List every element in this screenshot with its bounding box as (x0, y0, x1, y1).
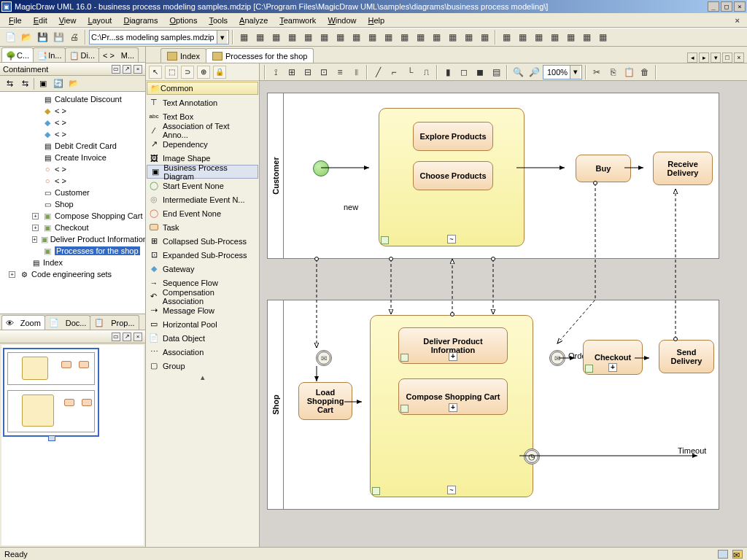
task-load[interactable]: Load Shopping Cart (298, 382, 352, 420)
tb-icon[interactable]: ▦ (595, 30, 610, 44)
tb-icon[interactable]: ▦ (301, 30, 315, 44)
palette-item[interactable]: 📄Data Object (146, 331, 259, 345)
align-button[interactable]: ⟟ (268, 65, 283, 79)
mdi-close-button[interactable]: × (731, 16, 744, 25)
expand-icon[interactable]: + (9, 271, 15, 278)
filter-button[interactable]: ▣ (36, 77, 50, 90)
tab-next-button[interactable]: ▸ (699, 52, 709, 63)
tb-icon[interactable]: ▦ (349, 30, 363, 44)
task-send[interactable]: Send Delivery (659, 340, 714, 373)
diagram-canvas[interactable]: Customer Explore Products Choose Product… (260, 81, 747, 547)
tb-icon[interactable]: ▦ (477, 30, 492, 44)
open-button[interactable]: 📂 (67, 77, 80, 90)
paste-button[interactable]: 📋 (622, 65, 636, 79)
route-button[interactable]: └ (403, 65, 417, 79)
palette-item[interactable]: ◯End Event None (146, 206, 259, 220)
refresh-button[interactable]: 🔄 (52, 77, 65, 90)
message-event-order[interactable]: ✉ (549, 350, 565, 366)
task-receive[interactable]: Receive Delivery (653, 152, 713, 185)
tb-icon[interactable]: ▦ (333, 30, 347, 44)
tb-icon[interactable]: ▦ (268, 30, 283, 44)
tb-icon[interactable]: ▦ (236, 30, 251, 44)
delete-button[interactable]: 🗑 (638, 65, 652, 79)
open-button[interactable]: 📂 (19, 30, 34, 44)
tree-item[interactable]: ○< > (0, 175, 145, 187)
tree-item[interactable]: +▣Checkout (0, 222, 145, 233)
layer-button[interactable]: ◼ (473, 65, 487, 79)
palette-group-common[interactable]: 📁 Common (147, 82, 258, 95)
tb-icon[interactable]: ▦ (397, 30, 411, 44)
palette-item[interactable]: Task (146, 220, 259, 234)
expand-icon[interactable]: + (32, 236, 37, 243)
route-button[interactable]: ╱ (371, 65, 385, 79)
tree-item[interactable]: +⚙Code engineering sets (0, 268, 145, 280)
panel-close-button[interactable]: × (133, 332, 142, 341)
palette-item[interactable]: ◯Start Event None (146, 179, 259, 192)
tab-close-button[interactable]: × (734, 52, 744, 63)
expand-icon[interactable]: + (32, 213, 39, 219)
menu-file[interactable]: File (3, 15, 28, 26)
containment-tree[interactable]: ▤Calculate Discount◆< >◆< >◆< >▤Debit Cr… (0, 92, 145, 314)
marquee-button[interactable]: ⬚ (165, 66, 178, 79)
timer-event[interactable]: ◷ (524, 448, 540, 464)
panel-dock-button[interactable]: ▭ (112, 332, 120, 341)
tb-icon[interactable]: ▦ (429, 30, 444, 44)
tb-icon[interactable]: ▦ (579, 30, 594, 44)
align-button[interactable]: ⊞ (285, 65, 299, 79)
tree-item[interactable]: ○< > (0, 163, 145, 175)
panel-close-button[interactable]: × (133, 65, 142, 74)
start-event[interactable] (313, 160, 329, 176)
tree-item[interactable]: ▤Debit Credit Card (0, 140, 145, 152)
menu-options[interactable]: Options (164, 15, 204, 26)
tree-item[interactable]: ▤Create Invoice (0, 152, 145, 163)
menu-layout[interactable]: Layout (82, 15, 117, 26)
tb-icon[interactable]: ▦ (285, 30, 299, 44)
message-event[interactable]: ✉ (316, 350, 332, 366)
tb-icon[interactable]: ▦ (413, 30, 427, 44)
palette-item[interactable]: ↗Dependency (146, 137, 259, 151)
task-deliver[interactable]: Deliver Product Information + (398, 327, 508, 364)
expand-icon[interactable]: + (32, 225, 39, 231)
new-button[interactable]: 📄 (3, 30, 18, 44)
tb-icon[interactable]: ▦ (547, 30, 562, 44)
cut-button[interactable]: ✂ (589, 65, 604, 79)
pool-shop[interactable]: Shop ✉ Load Shopping Cart Deliver Produc… (267, 300, 719, 510)
tab-diagrams[interactable]: 📋Di... (65, 47, 99, 62)
editor-tab-processes[interactable]: Processes for the shop (206, 48, 314, 63)
tree-item[interactable]: ▤Index (0, 257, 145, 268)
tab-prop[interactable]: 📋 Prop... (90, 315, 139, 330)
route-button[interactable]: ⎍ (419, 65, 433, 79)
route-button[interactable]: ⌐ (387, 65, 401, 79)
print-button[interactable]: 🖨 (67, 30, 82, 44)
layer-button[interactable]: ▮ (441, 65, 455, 79)
tab-list-button[interactable]: ▾ (711, 52, 721, 63)
panel-float-button[interactable]: ↗ (123, 332, 131, 341)
expanded-subprocess-shop[interactable]: Deliver Product Information + Compose Sh… (370, 315, 533, 497)
minimize-button[interactable]: _ (708, 1, 719, 12)
palette-item[interactable]: ▭Horizontal Pool (146, 317, 259, 331)
palette-item[interactable]: ▢Group (146, 359, 259, 373)
zoomin-button[interactable]: 🔍 (511, 65, 525, 79)
editor-tab-index[interactable]: Index (160, 48, 206, 63)
close-button[interactable]: × (734, 1, 746, 12)
tb-icon[interactable]: ▦ (563, 30, 578, 44)
palette-item[interactable]: ▣Business Process Diagram (147, 165, 258, 179)
tb-icon[interactable]: ▦ (531, 30, 546, 44)
palette-item[interactable]: ↶Compensation Association (146, 289, 259, 303)
layer-button[interactable]: ▤ (489, 65, 503, 79)
align-button[interactable]: ⊟ (301, 65, 315, 79)
tb-icon[interactable]: ▦ (252, 30, 267, 44)
task-choose[interactable]: Choose Products (413, 161, 493, 190)
menu-tools[interactable]: Tools (203, 15, 233, 26)
panel-float-button[interactable]: ↗ (123, 65, 131, 74)
tb-icon[interactable]: ▦ (381, 30, 395, 44)
palette-item[interactable]: ⇢Message Flow (146, 303, 259, 317)
layer-button[interactable]: ◻ (457, 65, 471, 79)
saveall-button[interactable]: 💾 (51, 30, 66, 44)
pool-customer[interactable]: Customer Explore Products Choose Product… (267, 93, 719, 259)
task-compose[interactable]: Compose Shopping Cart + (398, 378, 508, 415)
tb-icon[interactable]: ▦ (515, 30, 530, 44)
file-history-combo[interactable]: C:\Pr...ss modeling samples.mdzip ▾ (89, 30, 229, 44)
tree-item[interactable]: ◆< > (0, 128, 145, 140)
tree-item[interactable]: ◆< > (0, 105, 145, 117)
